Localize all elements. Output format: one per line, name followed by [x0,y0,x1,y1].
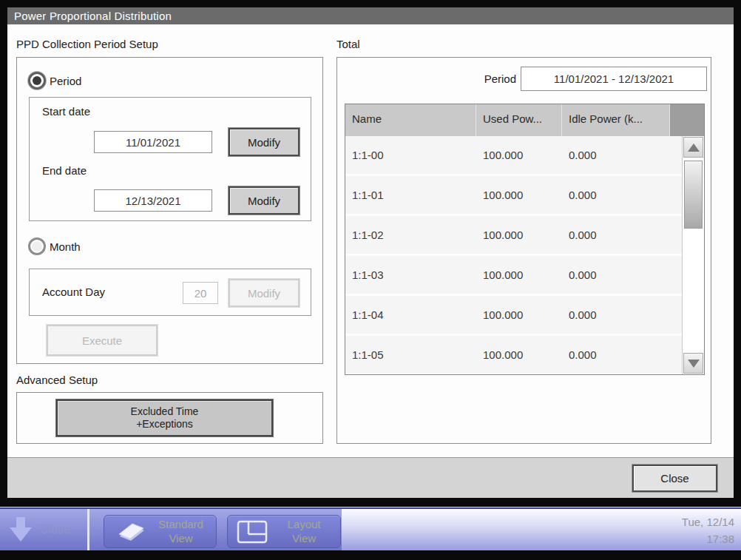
cell-used: 100.000 [476,256,562,294]
dialog-footer: Close [7,457,734,498]
cell-idle: 0.000 [562,256,682,294]
period-radio-label: Period [50,75,81,87]
table-row[interactable]: 1:1-03100.0000.000 [345,256,682,296]
total-groupbox: Period Name Used Pow... Idle Power (k...… [336,57,711,444]
total-period-label: Period [433,72,516,85]
layout-view-icon [237,520,268,544]
standard-view-label-line2: View [146,532,216,546]
taskbar-close-label: Close [40,523,70,536]
end-date-input[interactable] [94,189,212,212]
cell-used: 100.000 [476,296,562,334]
taskbar-time: 17:38 [682,530,734,547]
table-body: 1:1-00100.0000.0001:1-01100.0000.0001:1-… [345,136,682,374]
standard-view-button[interactable]: Standard View [104,515,217,548]
start-date-modify-button[interactable]: Modify [229,128,300,156]
month-radio-label: Month [50,240,81,253]
scrollbar-thumb[interactable] [684,161,703,229]
cell-name: 1:1-00 [345,136,476,174]
account-day-input[interactable] [183,282,218,304]
standard-view-icon [113,521,146,543]
period-radio[interactable] [28,72,46,90]
start-date-input[interactable] [94,131,212,153]
end-date-modify-button[interactable]: Modify [229,186,300,215]
advanced-setup-section-title: Advanced Setup [16,374,98,386]
taskbar-status-area: Tue, 12/14 17:38 [342,509,741,550]
cell-idle: 0.000 [562,336,682,374]
dialog-close-button[interactable]: Close [632,465,717,492]
cell-name: 1:1-02 [345,216,476,254]
excluded-time-line1: Excluded Time [131,405,199,419]
start-date-label: Start date [42,105,90,118]
total-period-input[interactable] [521,67,707,91]
taskbar-date: Tue, 12/14 [682,513,734,530]
down-arrow-icon [9,516,33,543]
scroll-up-button[interactable] [683,137,703,158]
taskbar-view-buttons: Standard View Layout View [87,509,342,550]
account-day-modify-button[interactable]: Modify [229,279,300,307]
total-section-title: Total [336,38,360,50]
ppd-table: Name Used Pow... Idle Power (k... 1:1-00… [345,104,705,375]
cell-used: 100.000 [476,216,562,254]
table-row[interactable]: 1:1-02100.0000.000 [345,216,682,256]
taskbar-close-button[interactable]: Close [0,509,87,550]
cell-idle: 0.000 [562,296,682,334]
taskbar-clock: Tue, 12/14 17:38 [682,513,734,548]
cell-used: 100.000 [476,176,562,214]
cell-name: 1:1-01 [345,176,476,214]
ppd-setup-section-title: PPD Collection Period Setup [16,38,158,50]
advanced-setup-groupbox: Excluded Time +Exceptions [16,392,323,444]
execute-button[interactable]: Execute [47,325,158,356]
cell-used: 100.000 [476,336,562,374]
period-dates-groupbox: Start date Modify End date Modify [29,97,311,221]
table-row[interactable]: 1:1-00100.0000.000 [345,136,682,176]
column-header-idle-power: Idle Power (k... [562,104,670,136]
cell-idle: 0.000 [562,176,682,214]
dialog-titlebar: Power Proportional Distribution [7,7,734,24]
account-day-label: Account Day [42,286,105,298]
table-header-row: Name Used Pow... Idle Power (k... [345,104,704,136]
scroll-down-button[interactable] [683,353,703,374]
ppd-dialog: Power Proportional Distribution PPD Coll… [7,7,734,498]
layout-view-button[interactable]: Layout View [227,515,341,548]
table-row[interactable]: 1:1-05100.0000.000 [345,336,682,375]
column-header-filler [670,104,704,136]
triangle-down-icon [688,360,700,368]
cell-name: 1:1-03 [345,256,476,294]
cell-idle: 0.000 [562,136,682,174]
account-day-groupbox: Account Day Modify [29,269,311,316]
screen-background: Power Proportional Distribution PPD Coll… [0,0,741,560]
cell-name: 1:1-05 [345,336,476,374]
column-header-name: Name [345,104,476,136]
table-scrollbar[interactable] [682,136,704,374]
taskbar: Tue, 12/14 17:38 Close Standard View [0,507,741,550]
end-date-label: End date [42,164,87,177]
standard-view-label-line1: Standard [146,518,216,532]
column-header-used-power: Used Pow... [476,104,562,136]
excluded-time-exceptions-button[interactable]: Excluded Time +Exceptions [56,399,273,436]
cell-idle: 0.000 [562,216,682,254]
excluded-time-line2: +Exceptions [131,418,199,431]
ppd-setup-groupbox: Period Start date Modify End date Modify… [16,57,323,364]
cell-name: 1:1-04 [345,296,476,334]
month-radio[interactable] [28,237,46,255]
table-row[interactable]: 1:1-01100.0000.000 [345,176,682,216]
triangle-up-icon [688,144,700,152]
dialog-content: PPD Collection Period Setup Period Start… [7,24,734,457]
layout-view-label-line1: Layout [268,518,340,532]
layout-view-label-line2: View [268,532,340,546]
table-row[interactable]: 1:1-04100.0000.000 [345,296,682,336]
cell-used: 100.000 [476,136,562,174]
